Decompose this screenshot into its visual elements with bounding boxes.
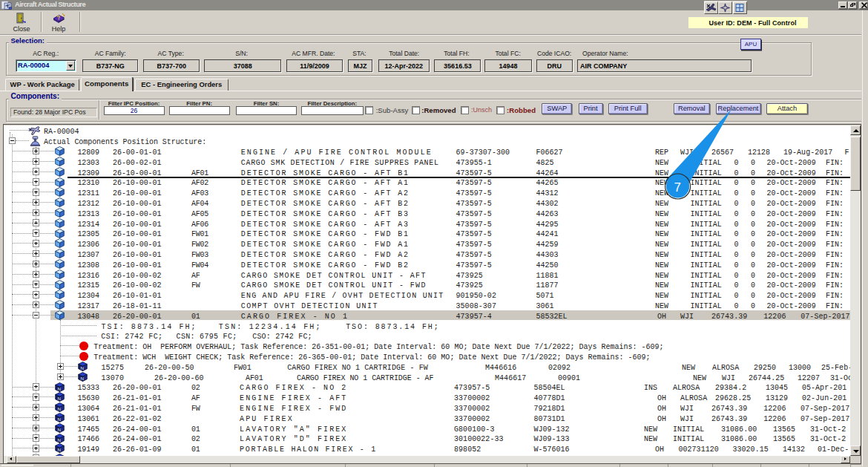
svg-text:N: N	[57, 437, 60, 442]
svg-text:7: 7	[674, 180, 681, 195]
svg-text:N: N	[57, 417, 60, 422]
svg-text:N: N	[80, 376, 83, 380]
svg-text:N: N	[80, 366, 83, 370]
svg-text:N: N	[57, 407, 60, 411]
svg-text:N: N	[57, 427, 60, 431]
svg-text:N: N	[57, 386, 60, 391]
svg-text:N: N	[57, 396, 60, 401]
svg-text:N: N	[57, 448, 60, 452]
